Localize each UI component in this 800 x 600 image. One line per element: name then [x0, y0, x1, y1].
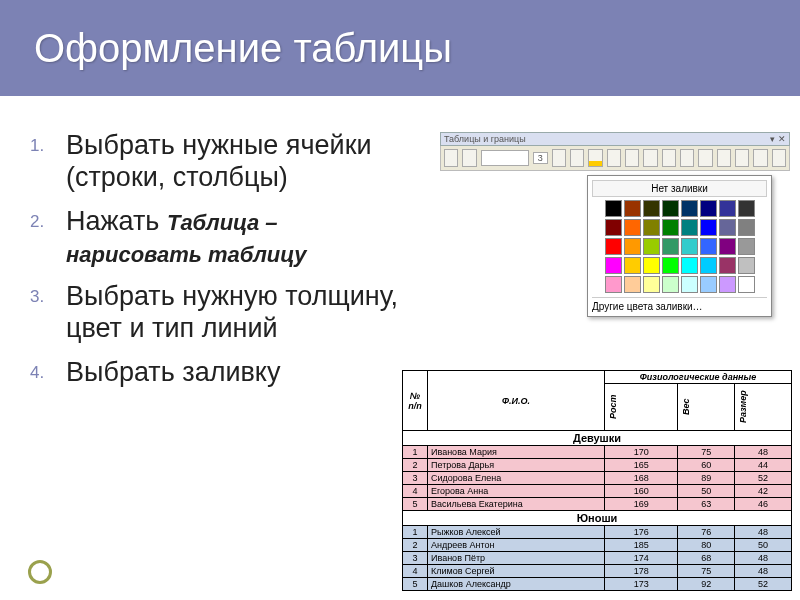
no-fill-option[interactable]: Нет заливки	[592, 180, 767, 197]
color-swatch[interactable]	[700, 200, 717, 217]
color-swatch[interactable]	[605, 219, 622, 236]
color-swatch[interactable]	[662, 238, 679, 255]
toolbar-titlebar: Таблицы и границы ▾ ✕	[440, 132, 790, 146]
table-cell: 48	[735, 446, 792, 459]
color-swatch[interactable]	[700, 238, 717, 255]
color-swatch[interactable]	[643, 200, 660, 217]
color-swatch[interactable]	[719, 219, 736, 236]
color-swatch[interactable]	[643, 257, 660, 274]
table-cell: 160	[605, 485, 678, 498]
table-row: 2Андреев Антон1858050	[403, 539, 792, 552]
step-2: Нажать Таблица – нарисовать таблицу	[66, 206, 416, 270]
table-cell: 4	[403, 565, 428, 578]
merge-cells-icon[interactable]	[625, 149, 639, 167]
borders-icon[interactable]	[570, 149, 584, 167]
table-row: 5Васильева Екатерина1696346	[403, 498, 792, 511]
color-swatch[interactable]	[719, 200, 736, 217]
color-swatch[interactable]	[605, 200, 622, 217]
table-cell: 48	[735, 526, 792, 539]
color-swatch[interactable]	[738, 257, 755, 274]
autoformat-icon[interactable]	[717, 149, 731, 167]
steps-list: Выбрать нужные ячейки (строки, столбцы) …	[66, 130, 416, 401]
section-boys-label: Юноши	[403, 511, 792, 526]
insert-table-icon[interactable]	[607, 149, 621, 167]
table-cell: 3	[403, 552, 428, 565]
table-cell: Рыжков Алексей	[428, 526, 605, 539]
color-swatch[interactable]	[662, 200, 679, 217]
table-cell: Иванова Мария	[428, 446, 605, 459]
table-cell: 178	[605, 565, 678, 578]
distribute-cols-icon[interactable]	[698, 149, 712, 167]
table-cell: 4	[403, 485, 428, 498]
color-swatch[interactable]	[681, 276, 698, 293]
step-4-text: Выбрать заливку	[66, 357, 280, 387]
table-row: 4Егорова Анна1605042	[403, 485, 792, 498]
color-swatch[interactable]	[624, 257, 641, 274]
color-swatch[interactable]	[738, 219, 755, 236]
sort-desc-icon[interactable]	[753, 149, 767, 167]
color-swatch[interactable]	[700, 257, 717, 274]
color-swatch[interactable]	[719, 276, 736, 293]
table-cell: 50	[678, 485, 735, 498]
align-icon[interactable]	[662, 149, 676, 167]
table-cell: 42	[735, 485, 792, 498]
slide: Оформление таблицы Выбрать нужные ячейки…	[0, 0, 800, 600]
line-style-dropdown[interactable]	[481, 150, 529, 166]
color-swatch[interactable]	[605, 238, 622, 255]
table-cell: 92	[678, 578, 735, 591]
color-swatch[interactable]	[624, 200, 641, 217]
color-swatch[interactable]	[700, 219, 717, 236]
autosum-icon[interactable]	[772, 149, 786, 167]
step-2-prefix: Нажать	[66, 206, 167, 236]
border-width-value[interactable]: 3	[533, 152, 548, 164]
col-phys: Физиологические данные	[605, 371, 792, 384]
section-girls-label: Девушки	[403, 431, 792, 446]
table-cell: 165	[605, 459, 678, 472]
color-swatch[interactable]	[681, 200, 698, 217]
color-swatch[interactable]	[681, 257, 698, 274]
fill-color-icon[interactable]	[588, 149, 602, 167]
color-swatch[interactable]	[662, 276, 679, 293]
table-cell: 75	[678, 446, 735, 459]
color-swatch[interactable]	[624, 238, 641, 255]
color-swatch[interactable]	[719, 238, 736, 255]
color-swatch[interactable]	[738, 238, 755, 255]
table-row: 4Климов Сергей1787548	[403, 565, 792, 578]
table-cell: 68	[678, 552, 735, 565]
table-cell: 169	[605, 498, 678, 511]
color-swatch[interactable]	[624, 219, 641, 236]
color-swatch[interactable]	[624, 276, 641, 293]
toolbar-close-icon[interactable]: ▾ ✕	[770, 134, 786, 144]
table-cell: 168	[605, 472, 678, 485]
color-swatch[interactable]	[719, 257, 736, 274]
sort-asc-icon[interactable]	[735, 149, 749, 167]
more-fill-colors[interactable]: Другие цвета заливки…	[592, 297, 767, 312]
color-swatch[interactable]	[662, 219, 679, 236]
color-swatch[interactable]	[681, 238, 698, 255]
draw-table-icon[interactable]	[444, 149, 458, 167]
eraser-icon[interactable]	[462, 149, 476, 167]
distribute-rows-icon[interactable]	[680, 149, 694, 167]
slide-title: Оформление таблицы	[34, 26, 452, 71]
color-swatch[interactable]	[605, 276, 622, 293]
split-cells-icon[interactable]	[643, 149, 657, 167]
color-swatch[interactable]	[605, 257, 622, 274]
step-1: Выбрать нужные ячейки (строки, столбцы)	[66, 130, 416, 194]
color-swatch[interactable]	[738, 276, 755, 293]
border-color-icon[interactable]	[552, 149, 566, 167]
table-row: 2Петрова Дарья1656044	[403, 459, 792, 472]
table-cell: 48	[735, 565, 792, 578]
col-weight: Вес	[678, 384, 735, 431]
col-size: Размер	[735, 384, 792, 431]
table-row: 1Рыжков Алексей1767648	[403, 526, 792, 539]
color-swatch[interactable]	[662, 257, 679, 274]
color-swatch[interactable]	[738, 200, 755, 217]
table-cell: Васильева Екатерина	[428, 498, 605, 511]
table-cell: 50	[735, 539, 792, 552]
table-row: 3Иванов Пётр1746848	[403, 552, 792, 565]
color-swatch[interactable]	[643, 219, 660, 236]
color-swatch[interactable]	[681, 219, 698, 236]
color-swatch[interactable]	[643, 276, 660, 293]
color-swatch[interactable]	[700, 276, 717, 293]
color-swatch[interactable]	[643, 238, 660, 255]
